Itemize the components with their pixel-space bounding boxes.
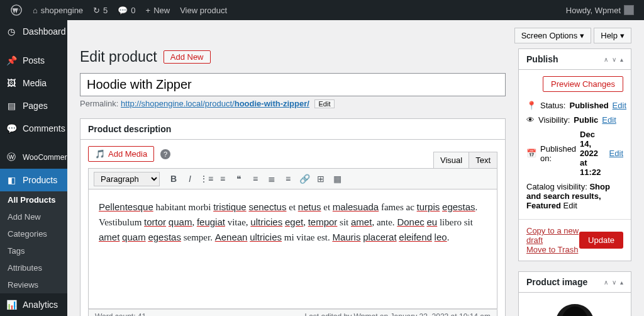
preview-changes-button[interactable]: Preview Changes [543, 76, 623, 92]
user-greeting[interactable]: Howdy, Wpmet [561, 0, 639, 20]
insert-more-button[interactable]: ⊞ [313, 171, 328, 186]
edit-visibility[interactable]: Edit [602, 115, 616, 125]
chevron-up-icon[interactable]: ∧ [604, 279, 608, 286]
tab-text[interactable]: Text [469, 152, 497, 168]
view-product[interactable]: View product [175, 0, 232, 20]
sidebar-item-pages[interactable]: ▤Pages [0, 94, 67, 117]
sidebar-item-posts[interactable]: 📌Posts [0, 49, 67, 72]
chevron-down-icon[interactable]: ∨ [612, 56, 616, 63]
eye-icon: 👁 [526, 115, 535, 125]
align-center-button[interactable]: ≣ [264, 171, 279, 186]
copy-draft-link[interactable]: Copy to a new draft [526, 226, 579, 245]
editor-toolbar: Paragraph B I ⋮≡ ≡ ❝ ≡ ≣ ≡ 🔗 ⊞ ▦ [88, 168, 497, 189]
align-right-button[interactable]: ≡ [280, 171, 296, 186]
edit-date[interactable]: Edit [609, 149, 623, 158]
admin-sidebar: ◷Dashboard 📌Posts 🖼Media ▤Pages 💬Comment… [0, 20, 67, 316]
add-new-button[interactable]: Add New [164, 50, 211, 64]
sidebar-item-media[interactable]: 🖼Media [0, 72, 67, 94]
wordpress-icon [10, 4, 23, 16]
avatar [624, 5, 634, 15]
toggle-icon[interactable]: ▴ [620, 279, 623, 286]
key-icon: 📍 [526, 101, 536, 110]
wp-logo[interactable] [5, 0, 28, 20]
tab-visual[interactable]: Visual [434, 152, 469, 168]
refresh-icon: ↻ [93, 6, 100, 15]
sidebar-item-dashboard[interactable]: ◷Dashboard [0, 20, 67, 43]
edit-catalog[interactable]: Edit [564, 201, 577, 210]
toggle-icon[interactable]: ▴ [620, 56, 623, 63]
media-icon: 🎵 [95, 149, 105, 159]
sidebar-item-woocommerce[interactable]: ⓦWooCommerce [0, 146, 67, 169]
edit-slug-button[interactable]: Edit [314, 99, 335, 108]
description-heading: Product description [88, 124, 171, 134]
number-list-button[interactable]: ≡ [215, 171, 230, 186]
last-edited: Last edited by Wpmet on January 23, 2023… [304, 312, 491, 316]
new-content[interactable]: +New [141, 0, 175, 20]
product-image-thumbnail[interactable] [519, 293, 631, 316]
align-left-button[interactable]: ≡ [248, 171, 263, 186]
products-icon: ◧ [5, 174, 18, 186]
comment-icon: 💬 [5, 122, 18, 135]
help-button[interactable]: Help ▾ [594, 28, 631, 43]
product-image-box: Product image ∧∨▴ [518, 271, 631, 316]
permalink: Permalink: http://shopengine.local/produ… [80, 99, 506, 108]
trash-link[interactable]: Move to Trash [526, 245, 579, 254]
page-icon: ▤ [5, 99, 18, 112]
sidebar-item-products[interactable]: ◧Products [0, 169, 67, 191]
updates[interactable]: ↻5 [88, 0, 113, 20]
chevron-down-icon: ▾ [620, 31, 625, 40]
publish-box: Publish ∧∨▴ Preview Changes 📍Status: Pub… [518, 48, 631, 261]
update-button[interactable]: Update [579, 232, 623, 249]
bullet-list-button[interactable]: ⋮≡ [199, 171, 214, 186]
product-image-heading: Product image [526, 277, 587, 287]
screen-options-button[interactable]: Screen Options ▾ [514, 28, 592, 43]
edit-status[interactable]: Edit [613, 101, 626, 110]
analytics-icon: 📊 [5, 298, 18, 311]
sidebar-item-comments[interactable]: 💬Comments [0, 117, 67, 140]
hoodie-icon [525, 299, 625, 316]
italic-button[interactable]: I [182, 171, 197, 186]
toolbar-toggle-button[interactable]: ▦ [330, 171, 345, 186]
word-count: Word count: 41 [95, 312, 146, 316]
submenu-attributes[interactable]: Attributes [0, 259, 67, 276]
chevron-up-icon[interactable]: ∧ [604, 56, 608, 63]
comment-icon: 💬 [118, 6, 128, 15]
editor-content[interactable]: Pellentesque habitant morbi tristique se… [88, 189, 497, 309]
submenu-reviews[interactable]: Reviews [0, 276, 67, 293]
link-button[interactable]: 🔗 [297, 171, 312, 186]
submenu-tags[interactable]: Tags [0, 242, 67, 259]
page-title: Edit product [80, 48, 157, 65]
pin-icon: 📌 [5, 54, 18, 67]
publish-heading: Publish [526, 54, 558, 64]
woo-icon: ⓦ [5, 151, 18, 164]
submenu-all-products[interactable]: All Products [0, 191, 67, 208]
product-title-input[interactable] [80, 73, 506, 96]
products-submenu: All Products Add New Categories Tags Att… [0, 191, 67, 293]
home-icon: ⌂ [33, 6, 38, 15]
comments-count[interactable]: 💬0 [113, 0, 140, 20]
quote-button[interactable]: ❝ [231, 171, 247, 186]
chevron-down-icon[interactable]: ∨ [612, 279, 616, 286]
submenu-categories[interactable]: Categories [0, 225, 67, 242]
media-icon: 🖼 [5, 77, 18, 89]
permalink-link[interactable]: http://shopengine.local/product/hoodie-w… [121, 99, 309, 108]
site-name[interactable]: ⌂shopengine [28, 0, 88, 20]
dashboard-icon: ◷ [5, 25, 18, 38]
plus-icon: + [146, 6, 151, 15]
format-select[interactable]: Paragraph [94, 172, 160, 186]
product-description-box: Product description 🎵Add Media ? Visual … [80, 118, 506, 316]
submenu-add-new[interactable]: Add New [0, 208, 67, 225]
chevron-down-icon: ▾ [580, 31, 584, 40]
add-media-button[interactable]: 🎵Add Media [88, 146, 154, 162]
calendar-icon: 📅 [526, 149, 536, 158]
bold-button[interactable]: B [166, 171, 181, 186]
help-icon[interactable]: ? [160, 149, 170, 159]
sidebar-item-analytics[interactable]: 📊Analytics [0, 293, 67, 316]
